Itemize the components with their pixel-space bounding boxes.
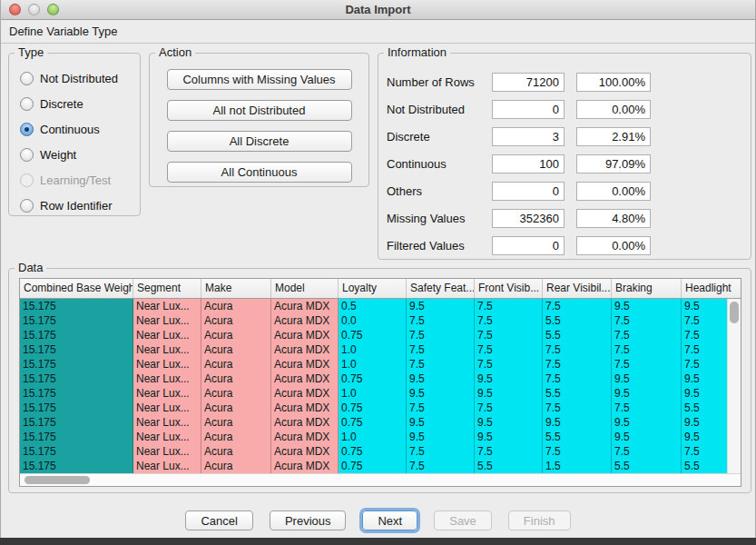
- table-cell: 7.5: [475, 444, 543, 459]
- column-header-make[interactable]: Make: [201, 279, 271, 298]
- table-row[interactable]: 15.175Near Lux...AcuraAcura MDX0.07.57.5…: [20, 313, 741, 328]
- table-cell: 9.5: [407, 415, 475, 430]
- table-cell: 0.75: [339, 415, 407, 430]
- table-cell: Acura: [201, 444, 271, 459]
- table-cell: Near Lux...: [133, 342, 201, 357]
- table-cell: 1.0: [339, 357, 407, 372]
- zoom-button[interactable]: [47, 4, 59, 15]
- radio-option-row-identifier[interactable]: Row Identifier: [9, 193, 140, 218]
- horizontal-scrollbar[interactable]: [20, 473, 741, 486]
- info-discrete-value-field[interactable]: 3: [492, 127, 565, 146]
- horizontal-scrollbar-thumb[interactable]: [25, 476, 90, 484]
- table-row[interactable]: 15.175Near Lux...AcuraAcura MDX0.59.57.5…: [20, 299, 741, 313]
- radio-option-weight[interactable]: Weight: [9, 142, 140, 167]
- table-cell: 5.5: [543, 430, 612, 444]
- info-continuous-percent-field[interactable]: 97.09%: [576, 154, 651, 173]
- close-button[interactable]: [9, 4, 21, 15]
- table-row[interactable]: 15.175Near Lux...AcuraAcura MDX0.757.57.…: [20, 328, 741, 342]
- table-cell: Acura MDX: [271, 444, 339, 459]
- info-missing-values-percent-field[interactable]: 4.80%: [576, 209, 651, 228]
- action-all-discrete-button[interactable]: All Discrete: [167, 131, 352, 152]
- action-all-not-distributed-button[interactable]: All not Distributed: [167, 100, 352, 121]
- table-cell: 7.5: [612, 342, 682, 357]
- table-cell: 9.5: [475, 430, 543, 444]
- table-cell: Near Lux...: [133, 401, 201, 415]
- table-row[interactable]: 15.175Near Lux...AcuraAcura MDX0.759.59.…: [20, 372, 741, 386]
- radio-option-not-distributed[interactable]: Not Distributed: [9, 65, 140, 91]
- info-row-filtered-values: Filtered Values00.00%: [387, 232, 751, 259]
- table-row[interactable]: 15.175Near Lux...AcuraAcura MDX0.757.57.…: [20, 444, 741, 459]
- table-cell: Acura MDX: [271, 357, 339, 372]
- table-row[interactable]: 15.175Near Lux...AcuraAcura MDX1.07.57.5…: [20, 357, 741, 372]
- column-header-model[interactable]: Model: [271, 279, 339, 298]
- table-cell: 7.5: [407, 328, 475, 342]
- table-cell: 15.175: [20, 299, 133, 313]
- table-cell: Acura MDX: [271, 386, 339, 401]
- table-cell: 1.0: [339, 342, 407, 357]
- table-cell: 0.5: [339, 299, 407, 313]
- table-cell: 7.5: [407, 313, 475, 328]
- info-number-of-rows-percent-field[interactable]: 100.00%: [576, 73, 651, 92]
- title-bar[interactable]: Data Import: [1, 0, 755, 20]
- info-filtered-values-value-field[interactable]: 0: [492, 236, 565, 255]
- radio-icon: [20, 199, 34, 213]
- radio-option-continuous[interactable]: Continuous: [9, 116, 140, 142]
- table-row[interactable]: 15.175Near Lux...AcuraAcura MDX1.09.59.5…: [20, 386, 741, 401]
- table-cell: 7.5: [407, 401, 475, 415]
- data-group-title: Data: [15, 261, 46, 274]
- column-header-braking[interactable]: Braking: [612, 279, 682, 298]
- type-group: Type Not DistributedDiscreteContinuousWe…: [8, 53, 141, 216]
- info-missing-values-value-field[interactable]: 352360: [492, 209, 565, 228]
- table-cell: Acura: [201, 386, 271, 401]
- table-cell: 9.5: [475, 386, 543, 401]
- table-cell: Acura: [201, 357, 271, 372]
- info-filtered-values-percent-field[interactable]: 0.00%: [576, 236, 651, 255]
- table-cell: 9.5: [407, 430, 475, 444]
- radio-icon: [20, 72, 34, 85]
- table-cell: 1.0: [339, 386, 407, 401]
- column-header-headlight[interactable]: Headlight: [682, 279, 741, 298]
- column-header-loyalty[interactable]: Loyalty: [339, 279, 407, 298]
- action-all-continuous-button[interactable]: All Continuous: [167, 162, 352, 183]
- table-row[interactable]: 15.175Near Lux...AcuraAcura MDX0.757.55.…: [20, 459, 741, 473]
- info-continuous-value-field[interactable]: 100: [492, 154, 565, 173]
- window-title: Data Import: [1, 0, 755, 19]
- column-header-rear-visibil[interactable]: Rear Visibil...: [543, 279, 612, 298]
- info-others-percent-field[interactable]: 0.00%: [576, 182, 651, 201]
- table-cell: 7.5: [612, 401, 682, 415]
- info-discrete-percent-field[interactable]: 2.91%: [576, 127, 651, 146]
- cancel-button[interactable]: Cancel: [185, 510, 252, 530]
- action-group-title: Action: [155, 45, 195, 59]
- table-cell: 7.5: [543, 372, 612, 386]
- info-row-missing-values: Missing Values3523604.80%: [387, 204, 751, 232]
- table-row[interactable]: 15.175Near Lux...AcuraAcura MDX0.759.59.…: [20, 415, 741, 430]
- action-columns-with-missing-values-button[interactable]: Columns with Missing Values: [167, 69, 352, 90]
- table-row[interactable]: 15.175Near Lux...AcuraAcura MDX0.757.57.…: [20, 401, 741, 415]
- info-number-of-rows-value-field[interactable]: 71200: [492, 73, 565, 92]
- table-cell: 7.5: [543, 299, 612, 313]
- table-row[interactable]: 15.175Near Lux...AcuraAcura MDX1.07.57.5…: [20, 342, 741, 357]
- table-cell: 1.0: [339, 430, 407, 444]
- table-cell: Acura MDX: [271, 328, 339, 342]
- column-header-combined-base-weight[interactable]: Combined Base Weight: [20, 279, 133, 298]
- vertical-scrollbar-thumb[interactable]: [730, 302, 739, 323]
- column-header-front-visib[interactable]: Front Visib...: [475, 279, 543, 298]
- radio-option-label: Discrete: [40, 97, 83, 111]
- table-row[interactable]: 15.175Near Lux...AcuraAcura MDX1.09.59.5…: [20, 430, 741, 444]
- column-header-segment[interactable]: Segment: [133, 279, 201, 298]
- table-cell: Acura MDX: [271, 372, 339, 386]
- info-not-distributed-value-field[interactable]: 0: [492, 100, 565, 119]
- table-cell: Acura: [201, 313, 271, 328]
- minimize-button: [28, 4, 40, 15]
- data-import-window: Data Import Define Variable Type Type No…: [0, 0, 756, 538]
- previous-button[interactable]: Previous: [270, 510, 347, 530]
- info-others-value-field[interactable]: 0: [492, 182, 565, 201]
- column-header-safety-feat[interactable]: Safety Feat...: [407, 279, 475, 298]
- table-cell: 5.5: [543, 386, 612, 401]
- info-not-distributed-percent-field[interactable]: 0.00%: [576, 100, 651, 119]
- table-cell: Acura: [201, 299, 271, 313]
- info-label-others: Others: [387, 184, 485, 198]
- next-button[interactable]: Next: [362, 510, 417, 530]
- radio-option-discrete[interactable]: Discrete: [9, 91, 140, 116]
- vertical-scrollbar[interactable]: [727, 299, 741, 473]
